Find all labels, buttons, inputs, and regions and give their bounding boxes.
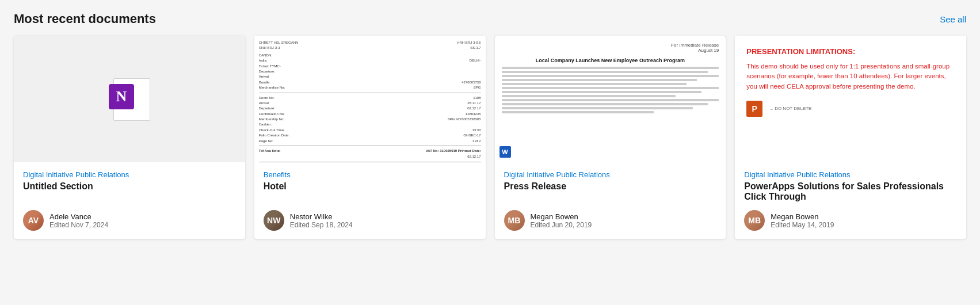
card-4-name: PowerApps Solutions for Sales Profession… [744,181,957,202]
onenote-badge: N [109,84,134,109]
card-1-thumbnail: N [14,36,245,162]
card-3-body: Digital Initiative Public Relations Pres… [495,162,726,239]
ppt-letter: P [752,104,757,113]
section-header: Most recent documents See all [14,12,966,26]
card-2-edited-date: Edited Sep 18, 2024 [290,221,353,229]
card-2-source[interactable]: Benefits [264,170,476,179]
card-3-author-info: Megan Bowen Edited Jun 20, 2019 [531,212,592,229]
do-not-delete-label: ... DO NOT DELETE [769,106,811,111]
card-4-author-info: Megan Bowen Edited May 14, 2019 [771,212,834,229]
onenote-letter: N [116,88,127,105]
card-3: For Immediate ReleaseAugust 19 Local Com… [495,36,726,239]
warning-icon-row: P ... DO NOT DELETE [746,101,811,117]
card-2: CHREFT HEL SREGANNHRH BRJ-3-SS RNH BRJ-3… [254,36,486,239]
card-2-avatar-initials: NW [267,216,280,225]
card-4-author-name: Megan Bowen [771,212,834,221]
card-2-thumbnail: CHREFT HEL SREGANNHRH BRJ-3-SS RNH BRJ-3… [254,36,486,162]
card-3-footer: MB Megan Bowen Edited Jun 20, 2019 [504,210,717,231]
card-2-author-info: Nestor Wilke Edited Sep 18, 2024 [290,212,353,229]
card-3-author-name: Megan Bowen [531,212,592,221]
card-2-avatar: NW [264,210,284,231]
onenote-icon: N [109,76,150,122]
hotel-doc: CHREFT HEL SREGANNHRH BRJ-3-SS RNH BRJ-3… [254,36,486,162]
card-1-source[interactable]: Digital Initiative Public Relations [23,170,236,179]
card-1-edited-date: Edited Nov 7, 2024 [49,221,108,229]
card-4-source[interactable]: Digital Initiative Public Relations [744,170,957,179]
card-4-footer: MB Megan Bowen Edited May 14, 2019 [744,210,957,231]
word-letter: W [502,148,508,155]
section-title: Most recent documents [14,12,156,26]
card-2-name: Hotel [264,181,476,202]
card-2-body: Benefits Hotel NW Nestor Wilke Edited Se… [254,162,486,239]
card-4-thumbnail: PRESENTATION LIMITATIONS: This demo shou… [735,36,966,162]
press-body-lines [502,67,719,113]
card-4-body: Digital Initiative Public Relations Powe… [735,162,966,239]
card-1-footer: AV Adele Vance Edited Nov 7, 2024 [23,210,236,231]
card-3-avatar: MB [504,210,525,231]
card-4-avatar: MB [744,210,765,231]
press-header: For Immediate ReleaseAugust 19 [502,43,719,53]
warning-title: PRESENTATION LIMITATIONS: [746,47,855,56]
card-3-edited-date: Edited Jun 20, 2019 [531,221,592,229]
ppt-icon: P [746,101,762,117]
card-3-source[interactable]: Digital Initiative Public Relations [504,170,717,179]
card-1-name: Untitled Section [23,181,236,202]
card-1-avatar: AV [23,210,44,231]
cards-container: N Digital Initiative Public Relations Un… [14,36,966,239]
press-title: Local Company Launches New Employee Outr… [502,58,719,63]
card-1: N Digital Initiative Public Relations Un… [14,36,245,239]
card-2-footer: NW Nestor Wilke Edited Sep 18, 2024 [264,210,476,231]
card-4-avatar-initials: MB [748,216,761,225]
card-1-body: Digital Initiative Public Relations Unti… [14,162,245,239]
card-4-edited-date: Edited May 14, 2019 [771,221,834,229]
most-recent-section: Most recent documents See all N Digital … [14,12,966,239]
card-1-author-name: Adele Vance [49,212,108,221]
card-3-name: Press Release [504,181,717,202]
card-1-avatar-initials: AV [28,216,39,225]
press-doc: For Immediate ReleaseAugust 19 Local Com… [495,36,726,162]
card-2-author-name: Nestor Wilke [290,212,353,221]
see-all-link[interactable]: See all [940,14,966,24]
card-4: PRESENTATION LIMITATIONS: This demo shou… [735,36,966,239]
card-3-avatar-initials: MB [508,216,521,225]
card-1-author-info: Adele Vance Edited Nov 7, 2024 [49,212,108,229]
word-icon: W [499,146,511,158]
warning-text: This demo should be used only for 1:1 pr… [746,62,955,92]
card-3-thumbnail: For Immediate ReleaseAugust 19 Local Com… [495,36,726,162]
